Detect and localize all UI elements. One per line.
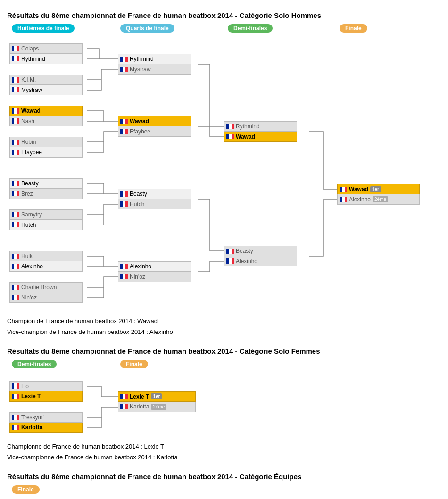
flag-charlie-brown — [12, 285, 19, 290]
equipes-title: Résultats du 8ème championnat de France … — [7, 473, 441, 481]
r4-p1-name: Wawad — [349, 186, 368, 192]
r3-m1-p1: Rythmind — [224, 121, 297, 132]
r1-m8-p1-name: Charlie Brown — [21, 284, 57, 291]
r3-m1-p2: Wawad — [224, 132, 297, 142]
champion-femmes: Championne de France de human beatbox 20… — [7, 441, 441, 463]
r1-m1-p2-name: Rythmind — [21, 56, 45, 62]
flag-samytry — [12, 212, 19, 217]
champion-femmes-line1: Championne de France de human beatbox 20… — [7, 441, 441, 452]
flag-ninoz-r2 — [120, 274, 128, 279]
champion-hommes-line2: Vice-champion de France de human beatbox… — [7, 326, 441, 337]
sf-final-p2-name: Karlotta — [130, 403, 149, 410]
sf-m1-p2: Lexie T — [9, 391, 83, 402]
r2-m4-p2: Nin'oz — [118, 272, 191, 282]
bracket-hommes: Colaps Rythmind K.I.M. Mystraw Wawad — [7, 38, 441, 312]
flag-wawad-final — [340, 187, 347, 192]
flag-beasty-r1 — [12, 181, 19, 186]
solo-hommes-section: Résultats du 8ème championnat de France … — [7, 11, 441, 338]
flag-rythmind-r3 — [226, 124, 234, 129]
flag-mystraw-r1 — [12, 87, 19, 92]
r1-m7-p1-name: Hulk — [21, 253, 33, 259]
r1-match1: Colaps Rythmind — [9, 43, 83, 64]
flag-ninoz-r1 — [12, 295, 19, 300]
r1-m5-p1-name: Beasty — [21, 180, 39, 187]
r1-m8-p2-name: Nin'oz — [21, 294, 37, 301]
r1-label-wrap: Huitièmes de finale — [12, 24, 75, 33]
flag-hutch-r2 — [120, 201, 128, 207]
r3-m2-p1: Beasty — [224, 246, 297, 256]
round-labels-femmes: Demi-finales Finale — [7, 360, 441, 374]
r2-m3-p1-name: Beasty — [130, 191, 147, 197]
champion-hommes: Champion de France de human beatbox 2014… — [7, 316, 441, 338]
r1-m5-p2: Brez — [9, 189, 83, 199]
flag-karlotta-final — [120, 404, 128, 409]
r2-m3-p1: Beasty — [118, 189, 191, 199]
r1-label: Huitièmes de finale — [12, 24, 75, 33]
sf-final-p2: Karlotta 2ème — [118, 402, 196, 412]
solo-femmes-section: Résultats du 8ème championnat de France … — [7, 347, 441, 463]
sf-m1-p1: Lio — [9, 381, 83, 391]
r1-m4-p2: Efaybee — [9, 147, 83, 158]
flag-robin — [12, 140, 19, 145]
r1-m7-p2-name: Alexinho — [21, 263, 43, 270]
r1-m3-p1-name: Wawad — [21, 108, 41, 114]
r4-final: Wawad 1er Alexinho 2ème — [337, 184, 420, 205]
r3-label-wrap: Demi-finales — [228, 24, 273, 33]
r4-p2-name: Alexinho — [349, 196, 371, 203]
flag-lexiet-r1 — [12, 394, 19, 399]
r1-m3-p2: Nash — [9, 116, 83, 126]
rf-r1-wrap: Demi-finales — [12, 360, 57, 368]
sf-r1-match1: Lio Lexie T — [9, 381, 83, 402]
flag-tressym — [12, 415, 19, 420]
r1-match3: Wawad Nash — [9, 106, 83, 126]
r1-m1-p2: Rythmind — [9, 54, 83, 64]
r4-label-wrap: Finale — [340, 24, 367, 33]
sf-final-p1: Lexie T 1er — [118, 391, 196, 402]
equipes-section: Résultats du 8ème championnat de France … — [7, 473, 441, 499]
r4-p2: Alexinho 2ème — [337, 194, 420, 205]
r1-m6-p2: Hutch — [9, 220, 83, 230]
r1-m4-p1-name: Robin — [21, 139, 36, 145]
rf-r2-wrap: Finale — [120, 360, 148, 368]
r2-match2: Wawad Efaybee — [118, 116, 191, 137]
sf-m1-p1-name: Lio — [21, 383, 29, 390]
r2-m1-p1-name: Rythmind — [130, 56, 154, 62]
flag-nash — [12, 118, 19, 124]
r1-m5-p1: Beasty — [9, 178, 83, 189]
sf-m2-p2-name: Karlotta — [21, 424, 42, 431]
flag-wawad-r2 — [120, 119, 128, 124]
r2-m1-p2: Mystraw — [118, 64, 191, 75]
r1-match8: Charlie Brown Nin'oz — [9, 282, 83, 303]
round-labels-equipes: Finale — [7, 485, 441, 499]
r2-m2-p1-name: Wawad — [130, 118, 149, 125]
r1-m7-p2: Alexinho — [9, 261, 83, 272]
r1-m5-p2-name: Brez — [21, 191, 33, 197]
r4-p1: Wawad 1er — [337, 184, 420, 194]
r1-match5: Beasty Brez — [9, 178, 83, 199]
r2-m1-p2-name: Mystraw — [130, 66, 151, 73]
flag-wawad-r1 — [12, 108, 19, 114]
r2-m4-p1: Alexinho — [118, 261, 191, 272]
champion-hommes-line1: Champion de France de human beatbox 2014… — [7, 316, 441, 326]
champion-femmes-line2: Vice-championne de France de human beatb… — [7, 452, 441, 463]
flag-alexinho-r2 — [120, 264, 128, 269]
r1-m6-p1-name: Samytry — [21, 211, 42, 218]
flag-alexinho-r1 — [12, 264, 19, 269]
r1-m1-p1-name: Colaps — [21, 45, 39, 52]
flag-beasty-r3 — [226, 249, 234, 254]
r2-label: Quarts de finale — [120, 24, 174, 33]
bracket-femmes: Lio Lexie T Tressym' Karlotta Lexie T — [7, 376, 441, 437]
r4-label: Finale — [340, 24, 367, 33]
sf-r1-match2: Tressym' Karlotta — [9, 412, 83, 433]
flag-lio — [12, 383, 19, 389]
flag-rythmind-r1 — [12, 56, 19, 61]
r2-m3-p2-name: Hutch — [130, 201, 144, 208]
r1-match4: Robin Efaybee — [9, 137, 83, 158]
r2-m4-p1-name: Alexinho — [130, 263, 151, 270]
r1-m6-p2-name: Hutch — [21, 222, 36, 228]
r1-m2-p2-name: Mystraw — [21, 87, 42, 93]
eq-r1-wrap: Finale — [12, 485, 40, 494]
r1-m2-p1-name: K.I.M. — [21, 76, 36, 83]
r3-m1-p1-name: Rythmind — [236, 123, 260, 130]
solo-hommes-title: Résultats du 8ème championnat de France … — [7, 11, 441, 19]
